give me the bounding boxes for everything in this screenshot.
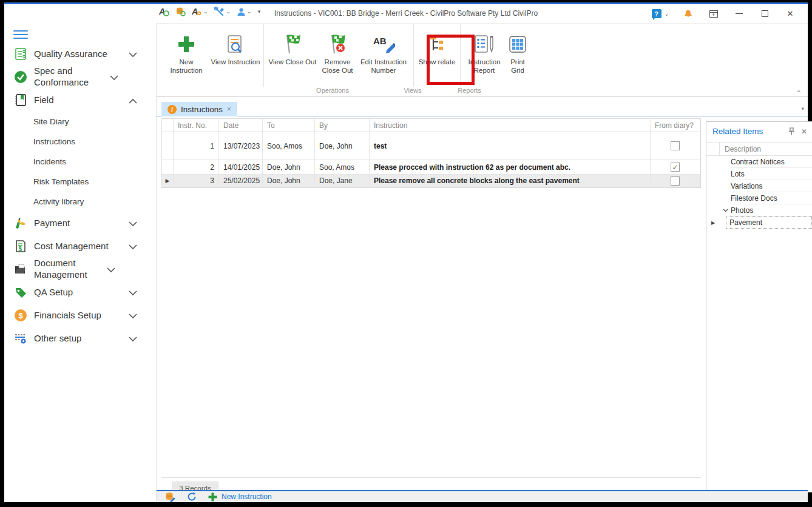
app-refresh-icon[interactable]: A bbox=[159, 7, 169, 16]
column-header-date[interactable]: Date bbox=[219, 119, 263, 132]
hamburger-menu-icon[interactable] bbox=[13, 30, 28, 39]
related-items-panel: Related Items ✕ Description Contract Not… bbox=[706, 121, 812, 492]
refresh-icon[interactable] bbox=[187, 492, 197, 502]
tab-instructions[interactable]: i Instructions × bbox=[161, 102, 237, 116]
svg-text:$: $ bbox=[19, 311, 24, 320]
payment-icon bbox=[13, 216, 28, 230]
sidebar-item-field[interactable]: Field bbox=[4, 89, 152, 112]
layout-button[interactable] bbox=[701, 4, 726, 23]
list-item-pavement-selected[interactable]: ▶ Pavement bbox=[706, 217, 812, 229]
maximize-button[interactable] bbox=[752, 4, 777, 23]
panel-title: Related Items bbox=[712, 127, 782, 136]
list-item[interactable]: Lots bbox=[706, 168, 812, 180]
list-item-photos[interactable]: Photos bbox=[706, 204, 812, 217]
sidebar-item-label: Document Management bbox=[34, 258, 107, 281]
ribbon-collapse-chevron-icon[interactable]: ⌃ bbox=[796, 89, 802, 97]
tab-close-icon[interactable]: × bbox=[227, 105, 231, 113]
sidebar-item-payment[interactable]: Payment bbox=[4, 212, 152, 235]
cell-instr-no: 1 bbox=[174, 132, 219, 160]
plus-icon[interactable] bbox=[208, 492, 218, 502]
sidebar-item-cost-management[interactable]: $ Cost Management bbox=[4, 235, 152, 258]
notifications-button[interactable]: 🔔︎ bbox=[675, 4, 701, 23]
svg-text:$: $ bbox=[19, 246, 22, 252]
sidebar-item-document-management[interactable]: Document Management bbox=[4, 258, 152, 281]
view-instruction-button[interactable]: View Instruction bbox=[210, 29, 261, 66]
cell-instr-no: 3 bbox=[174, 175, 219, 187]
chevron-down-icon bbox=[110, 72, 120, 82]
help-button[interactable]: ? ⌄ bbox=[645, 4, 675, 23]
panel-close-icon[interactable]: ✕ bbox=[801, 127, 807, 136]
show-related-button[interactable]: Show relate bbox=[416, 29, 458, 66]
sidebar-item-financials-setup[interactable]: $ Financials Setup bbox=[4, 304, 152, 327]
database-edit-icon[interactable] bbox=[165, 492, 176, 502]
from-diary-checkbox[interactable] bbox=[671, 141, 680, 150]
ribbon-group-operations: View Close Out Remove Close Out AB Edit … bbox=[263, 24, 413, 87]
chevron-down-icon bbox=[129, 218, 138, 229]
list-item[interactable]: Filestore Docs bbox=[706, 192, 812, 204]
user-icon[interactable]: ⌄ bbox=[237, 7, 252, 16]
ribbon-group-label-operations: Operations bbox=[260, 87, 405, 94]
chevron-up-icon bbox=[129, 95, 138, 106]
column-header-from-diary[interactable]: From diary? bbox=[651, 119, 700, 132]
tools-icon[interactable]: ⌄ bbox=[214, 7, 231, 16]
sidebar-item-instructions[interactable]: Instructions bbox=[4, 132, 152, 152]
sidebar-item-qa-setup[interactable]: QA Setup bbox=[4, 281, 152, 304]
column-header-instr-no[interactable]: Instr. No. bbox=[174, 119, 219, 132]
sidebar-item-label: Quality Assurance bbox=[34, 49, 129, 60]
instructions-grid: Instr. No. Date To By Instruction From d… bbox=[161, 118, 701, 188]
close-button[interactable]: ✕ bbox=[777, 4, 803, 23]
sidebar-item-quality-assurance[interactable]: Quality Assurance bbox=[4, 42, 152, 65]
sidebar-item-other-setup[interactable]: Other setup bbox=[4, 327, 152, 350]
svg-text:A: A bbox=[192, 7, 198, 16]
sidebar: Quality Assurance Spec and Conformance F… bbox=[4, 23, 152, 502]
invoice-dollar-icon: $ bbox=[13, 239, 28, 254]
table-row[interactable]: 2 14/01/2025 Doe, John Soo, Amos Please … bbox=[162, 160, 700, 175]
tree-expand-chevron-icon[interactable] bbox=[720, 207, 731, 213]
chevron-down-icon bbox=[129, 49, 138, 59]
sidebar-item-spec-and-conformance[interactable]: Spec and Conformance bbox=[4, 65, 152, 89]
instruction-report-button[interactable]: Instruction Report bbox=[463, 29, 506, 75]
titlebar-buttons: ? ⌄ 🔔︎ ✕ bbox=[645, 4, 803, 23]
sidebar-item-site-diary[interactable]: Site Diary bbox=[4, 112, 152, 132]
tab-overflow-icon[interactable]: ▾ bbox=[801, 106, 804, 112]
pin-icon[interactable] bbox=[788, 127, 795, 135]
app-settings-icon[interactable]: A ⌄ bbox=[192, 7, 208, 16]
titlebar: A A ⌄ ⌄ ⌄ ▾ Instructions - VIC001: BB Br… bbox=[4, 4, 808, 23]
grid-header-row: Instr. No. Date To By Instruction From d… bbox=[162, 119, 700, 132]
column-header-to[interactable]: To bbox=[263, 119, 315, 132]
ribbon-group-label-views: Views bbox=[392, 87, 433, 94]
ribbon-group-reports: Instruction Report Print Grid bbox=[460, 24, 532, 87]
edit-instruction-number-button[interactable]: AB Edit Instruction Number bbox=[356, 29, 411, 75]
table-row-selected[interactable]: ▶ 3 25/02/2025 Doe, John Doe, Jane Pleas… bbox=[162, 175, 700, 187]
chevron-down-icon: ⌄ bbox=[226, 8, 231, 15]
list-item[interactable]: Contract Notices bbox=[706, 156, 812, 168]
checkered-flag-remove-icon bbox=[328, 30, 347, 54]
sidebar-item-activity-library[interactable]: Activity library bbox=[4, 192, 152, 212]
sidebar-item-incidents[interactable]: Incidents bbox=[4, 152, 152, 172]
database-refresh-icon[interactable] bbox=[175, 7, 186, 16]
statusbar-new-instruction-button[interactable]: New Instruction bbox=[222, 492, 272, 501]
grid-table-icon bbox=[508, 30, 527, 54]
minimize-button[interactable] bbox=[726, 4, 752, 23]
from-diary-checkbox-checked[interactable]: ✓ bbox=[671, 163, 680, 172]
view-close-out-button[interactable]: View Close Out bbox=[266, 29, 319, 66]
tree-column-description[interactable]: Description bbox=[720, 145, 761, 153]
customize-toolbar-icon[interactable]: ▾ bbox=[258, 8, 261, 15]
chevron-down-icon: ⌄ bbox=[247, 8, 252, 15]
print-grid-button[interactable]: Print Grid bbox=[506, 29, 530, 75]
column-header-by[interactable]: By bbox=[315, 119, 370, 132]
from-diary-checkbox[interactable] bbox=[671, 176, 680, 186]
column-header-instruction[interactable]: Instruction bbox=[370, 119, 651, 132]
plus-icon bbox=[177, 30, 196, 54]
table-row[interactable]: 1 13/07/2023 Soo, Amos Doe, John test bbox=[162, 132, 700, 160]
checkered-flag-icon bbox=[283, 30, 302, 54]
sidebar-item-label: Payment bbox=[34, 218, 129, 229]
chevron-down-icon bbox=[129, 311, 138, 321]
close-icon: ✕ bbox=[787, 9, 794, 18]
sidebar-item-label: Other setup bbox=[34, 333, 129, 344]
sidebar-item-risk-templates[interactable]: Risk Templates bbox=[4, 172, 152, 192]
list-item[interactable]: Variations bbox=[706, 180, 812, 192]
remove-close-out-button[interactable]: Remove Close Out bbox=[319, 29, 356, 75]
status-bar: New Instruction bbox=[157, 490, 808, 502]
new-instruction-button[interactable]: New Instruction bbox=[163, 29, 210, 75]
